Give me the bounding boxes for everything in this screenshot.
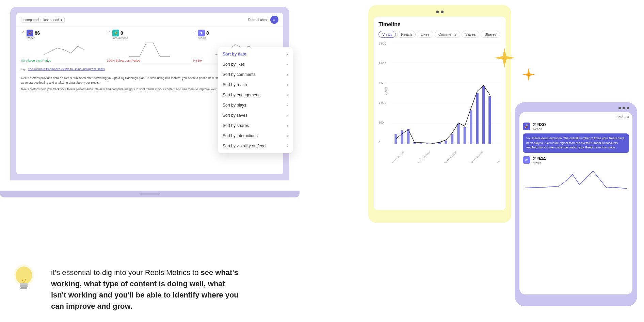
x-axis-labels: 14-10-2022 14:00 16-10-2022 02:00 18-10-… — [391, 162, 501, 164]
chart-svg-container — [391, 42, 501, 144]
timeline-tabs: Views Reach Likes Comments Saves Shares — [379, 31, 501, 38]
sort-by-comments[interactable]: Sort by comments › — [218, 69, 293, 80]
bulb-icon — [10, 263, 41, 301]
views-label: Views — [198, 36, 278, 40]
bottom-section: it's essential to dig into your Reels Me… — [10, 263, 242, 312]
svg-rect-16 — [457, 124, 460, 144]
svg-rect-20 — [482, 86, 485, 144]
chevron-down-icon: ▾ — [61, 18, 62, 22]
phone-views-label: Views — [533, 161, 546, 165]
sort-comments-label: Sort by comments — [223, 72, 256, 77]
svg-rect-15 — [451, 134, 453, 144]
expand-icon[interactable]: ⤢ — [21, 30, 25, 34]
arrow-icon-5: › — [287, 93, 288, 97]
tablet-large: Timeline Views Reach Likes Comments Save… — [368, 5, 511, 223]
reach-status: 6% Above Last Period — [21, 59, 107, 62]
interactions-chart — [107, 41, 193, 58]
svg-rect-21 — [488, 96, 491, 144]
phone-cam-dot-1 — [618, 107, 621, 109]
sort-by-engagement[interactable]: Sort by engagement › — [218, 90, 293, 100]
phone-rocket-icon: 🚀 — [523, 123, 530, 130]
expand-icon-2[interactable]: ⤢ — [107, 30, 110, 34]
eye-icon: 👁 — [198, 30, 205, 36]
tab-comments[interactable]: Comments — [435, 31, 460, 38]
phone-eye-icon: 👁 — [523, 156, 530, 164]
content-link[interactable]: The Ultimate Beginner's Guide to Using I… — [28, 67, 105, 71]
sort-reach-label: Sort by reach — [223, 82, 247, 87]
phone-camera — [519, 107, 632, 109]
tab-saves[interactable]: Saves — [462, 31, 480, 38]
phone-cam-dot-3 — [627, 107, 629, 109]
sort-by-shares[interactable]: Sort by shares › — [218, 120, 293, 131]
phone-header: Date - La — [523, 115, 629, 119]
sparkle-large — [494, 48, 515, 69]
sort-by-saves[interactable]: Sort by saves › — [218, 110, 293, 120]
tab-shares[interactable]: Shares — [481, 31, 500, 38]
y-label-2500: 2 500 — [379, 42, 390, 45]
svg-rect-18 — [470, 110, 472, 144]
x-label-1: 14-10-2022 14:00 — [391, 151, 404, 164]
sort-plays-label: Sort by plays — [223, 103, 246, 108]
arrow-icon-10: › — [287, 144, 288, 148]
svg-point-25 — [14, 264, 34, 286]
sort-engagement-label: Sort by engagement — [223, 93, 259, 97]
y-label-2000: 2 000 — [379, 62, 390, 65]
phone-metric-reach: 🚀 2 980 Reach — [523, 122, 629, 131]
svg-rect-7 — [401, 130, 403, 144]
x-label-4: 20-10-2022 02:00 — [470, 151, 483, 164]
tab-likes[interactable]: Likes — [417, 31, 433, 38]
phone-date-label: Date - La — [616, 115, 629, 119]
sort-likes-label: Sort by likes — [223, 62, 245, 67]
sort-date-label: Sort by date — [223, 52, 246, 57]
y-label-1500: 1 500 — [379, 81, 390, 85]
sort-by-likes[interactable]: Sort by likes › — [218, 59, 293, 69]
phone-reach-label: Reach — [533, 127, 546, 131]
screen-header: compared to last period ▾ Date - Latest … — [16, 13, 283, 27]
sort-dropdown-menu: Sort by date › Sort by likes › Sort by c… — [218, 47, 293, 153]
y-label-0: 0 — [379, 141, 390, 144]
bottom-text-normal: it's essential to dig into your Reels Me… — [51, 268, 201, 277]
rocket-icon: 🚀 — [27, 30, 33, 36]
svg-rect-28 — [20, 287, 27, 289]
period-label: compared to last period — [23, 18, 59, 22]
interactions-value: 0 — [120, 30, 123, 36]
phone-tooltip: You Reels views evolution. The overall n… — [523, 133, 629, 153]
x-label-2: 16-10-2022 02:00 — [418, 151, 431, 164]
sort-by-date[interactable]: Sort by date › — [218, 49, 293, 59]
tab-reach[interactable]: Reach — [397, 31, 416, 38]
sort-label: Date - Latest — [248, 18, 268, 22]
metric-interactions: ⤢ ⚡ 0 Interactions 100% Below Last Perio… — [107, 30, 193, 62]
phone-device: Date - La 🚀 2 980 Reach You Reels views … — [515, 102, 637, 306]
arrow-icon-8: › — [287, 124, 288, 128]
chart-area: 2 500 2 000 1 500 1 000 500 0 Views — [379, 42, 501, 164]
arrow-icon-7: › — [287, 114, 288, 117]
interactions-status: 100% Below Last Period — [107, 59, 193, 62]
expand-icon-3[interactable]: ⤢ — [193, 30, 196, 34]
lightning-icon: ⚡ — [112, 30, 119, 36]
svg-rect-14 — [445, 141, 447, 144]
phone-cam-dot-2 — [623, 107, 625, 109]
sort-by-interactions[interactable]: Sort by interactions › — [218, 131, 293, 141]
laptop-base — [0, 191, 300, 197]
arrow-icon-6: › — [287, 103, 288, 107]
sort-shares-label: Sort by shares — [223, 123, 249, 128]
views-value: 8 — [206, 30, 209, 36]
svg-rect-26 — [20, 283, 28, 285]
sort-button[interactable]: ≡ — [270, 16, 278, 24]
period-dropdown[interactable]: compared to last period ▾ — [21, 17, 65, 23]
camera-dot-1 — [436, 11, 439, 13]
metric-reach: ⤢ 🚀 86 Reach 6% Above Last Period — [21, 30, 107, 62]
laptop-notch — [140, 193, 160, 195]
svg-rect-17 — [464, 127, 466, 144]
y-label-1000: 1 000 — [379, 101, 390, 104]
y-label-500: 500 — [379, 121, 390, 124]
arrow-icon-3: › — [287, 73, 288, 77]
sort-by-plays[interactable]: Sort by plays › — [218, 100, 293, 110]
tablet-camera — [374, 11, 506, 13]
tab-views[interactable]: Views — [379, 31, 396, 38]
sort-by-reach[interactable]: Sort by reach › — [218, 80, 293, 90]
sort-by-visibility[interactable]: Sort by visibility on feed › — [218, 141, 293, 151]
sort-interactions-label: Sort by interactions — [223, 133, 258, 138]
y-axis-label: Views — [384, 87, 388, 95]
arrow-icon-2: › — [287, 63, 288, 66]
